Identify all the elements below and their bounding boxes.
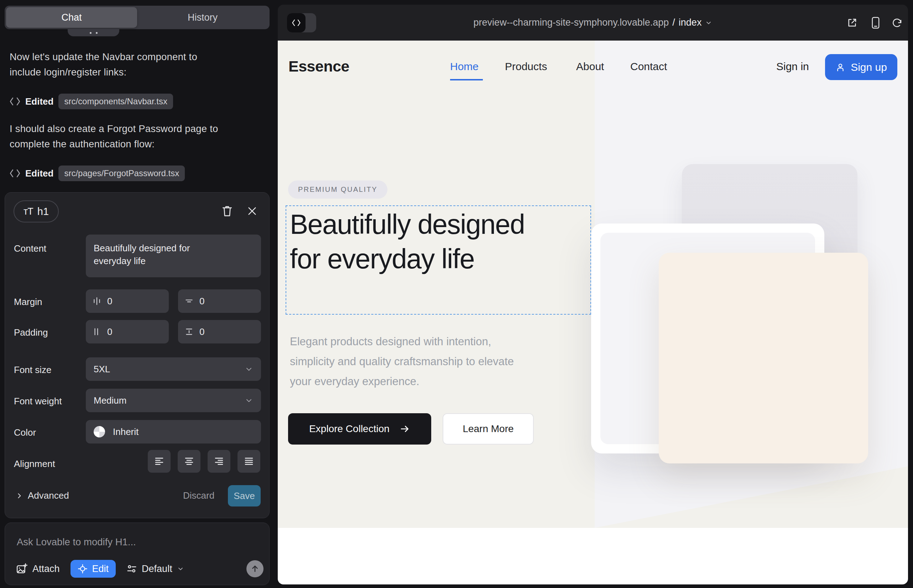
composer-toolbar: Attach Edit Default: [16, 560, 184, 578]
padding-vertical-icon: [185, 327, 194, 336]
color-label: Color: [14, 427, 36, 438]
close-icon: [247, 206, 257, 216]
element-tag: h1: [37, 206, 49, 218]
smartphone-icon: [870, 17, 881, 29]
chat-message: Now let's update the Navbar component to…: [10, 49, 223, 80]
learn-more-button[interactable]: Learn More: [443, 413, 534, 444]
lovable-app: Chat History Now let's update the Navbar…: [0, 0, 913, 588]
margin-label: Margin: [14, 297, 42, 307]
hero-paragraph[interactable]: Elegant products designed with intention…: [290, 332, 532, 391]
margin-vertical-input[interactable]: 0: [178, 289, 261, 313]
chevron-down-icon: [177, 565, 184, 572]
sign-in-link[interactable]: Sign in: [776, 60, 809, 73]
trash-icon: [222, 205, 233, 217]
arrow-right-icon: [400, 423, 410, 434]
chevron-down-icon: [244, 396, 253, 405]
mobile-view-button[interactable]: [869, 16, 882, 29]
browser-chrome: preview--charming-site-symphony.lovable.…: [278, 5, 908, 40]
scrolled-badge-partial: [68, 29, 119, 36]
nav-link-products[interactable]: Products: [505, 60, 547, 73]
color-select[interactable]: Inherit: [86, 420, 261, 444]
save-button[interactable]: Save: [228, 485, 261, 507]
explore-collection-button[interactable]: Explore Collection: [288, 413, 431, 444]
preview-window: preview--charming-site-symphony.lovable.…: [278, 5, 908, 585]
hero-heading[interactable]: Beautifully designed for everyday life: [290, 207, 525, 276]
chevron-right-icon: [16, 492, 23, 499]
padding-horizontal-input[interactable]: 0: [86, 320, 169, 344]
edit-mode-button[interactable]: Edit: [71, 560, 116, 578]
site-brand[interactable]: Essence: [288, 58, 349, 75]
file-path-badge[interactable]: src/pages/ForgotPassword.tsx: [58, 165, 185, 181]
align-center-button[interactable]: [178, 450, 201, 473]
composer-input[interactable]: Ask Lovable to modify H1...: [17, 536, 136, 548]
code-icon: [10, 97, 20, 105]
url-page: index: [679, 17, 702, 28]
close-panel-button[interactable]: [244, 203, 260, 219]
delete-element-button[interactable]: [219, 203, 235, 219]
padding-label: Padding: [14, 327, 48, 338]
edited-file-row[interactable]: Edited src/components/Navbar.tsx: [10, 93, 173, 110]
align-right-icon: [214, 456, 224, 467]
url-bar[interactable]: preview--charming-site-symphony.lovable.…: [278, 5, 908, 40]
target-icon: [78, 564, 87, 574]
mode-select[interactable]: Default: [126, 564, 184, 575]
align-left-button[interactable]: [148, 450, 170, 473]
open-in-new-tab-button[interactable]: [845, 16, 859, 29]
tab-history[interactable]: History: [137, 7, 268, 28]
active-nav-underline: [450, 79, 483, 81]
attach-button[interactable]: Attach: [16, 563, 60, 575]
align-justify-icon: [244, 456, 254, 467]
padding-vertical-input[interactable]: 0: [178, 320, 261, 344]
nav-link-contact[interactable]: Contact: [630, 60, 667, 73]
edited-label: Edited: [25, 168, 53, 179]
margin-vertical-icon: [185, 297, 194, 306]
edited-file-row[interactable]: Edited src/pages/ForgotPassword.tsx: [10, 165, 185, 181]
url-separator: /: [672, 17, 675, 28]
align-justify-button[interactable]: [238, 450, 260, 473]
decor-card-cream: [659, 253, 868, 464]
chat-history-tabbar: Chat History: [5, 6, 270, 29]
color-swatch: [94, 426, 105, 438]
align-right-button[interactable]: [207, 450, 230, 473]
selected-element-badge: тT h1: [13, 200, 59, 223]
code-icon: [10, 170, 20, 177]
font-size-select[interactable]: 5XL: [86, 357, 261, 381]
advanced-toggle[interactable]: Advanced: [16, 490, 69, 501]
sign-up-button[interactable]: Sign up: [825, 54, 897, 80]
user-icon: [835, 62, 845, 72]
content-textarea[interactable]: Beautifully designed for everyday life: [86, 234, 261, 277]
edited-label: Edited: [25, 96, 53, 107]
element-editor-panel: тT h1 Content Beautifully designed for e…: [5, 192, 270, 518]
hero-badge: PREMIUM QUALITY: [288, 181, 387, 199]
alignment-label: Alignment: [14, 459, 55, 470]
font-weight-label: Font weight: [14, 396, 62, 407]
font-weight-select[interactable]: Medium: [86, 389, 261, 412]
discard-button[interactable]: Discard: [183, 490, 214, 501]
left-panel: Chat History Now let's update the Navbar…: [0, 0, 278, 588]
attach-image-icon: [16, 563, 28, 575]
padding-horizontal-icon: [92, 327, 102, 336]
tab-chat[interactable]: Chat: [6, 7, 137, 28]
site-viewport: Essence Home Products About Contact Sign…: [278, 40, 908, 585]
external-link-icon: [847, 17, 858, 29]
margin-horizontal-icon: [92, 297, 102, 306]
sliders-icon: [126, 564, 137, 574]
text-type-icon: тT: [24, 206, 33, 217]
chevron-down-icon: [705, 19, 712, 26]
url-domain: preview--charming-site-symphony.lovable.…: [474, 17, 669, 28]
arrow-up-icon: [250, 564, 260, 573]
composer: Ask Lovable to modify H1... Attach Edit: [5, 522, 270, 585]
nav-link-about[interactable]: About: [576, 60, 604, 73]
content-label: Content: [14, 243, 46, 254]
align-center-icon: [184, 456, 194, 467]
send-button[interactable]: [246, 560, 264, 577]
margin-horizontal-input[interactable]: 0: [86, 289, 169, 313]
refresh-button[interactable]: [890, 16, 904, 29]
font-size-label: Font size: [14, 365, 52, 375]
align-left-icon: [154, 456, 165, 467]
nav-link-home[interactable]: Home: [450, 60, 479, 73]
chat-message: I should also create a Forgot Password p…: [10, 121, 223, 152]
file-path-badge[interactable]: src/components/Navbar.tsx: [58, 94, 173, 109]
chevron-down-icon: [244, 365, 253, 373]
refresh-icon: [892, 18, 902, 28]
